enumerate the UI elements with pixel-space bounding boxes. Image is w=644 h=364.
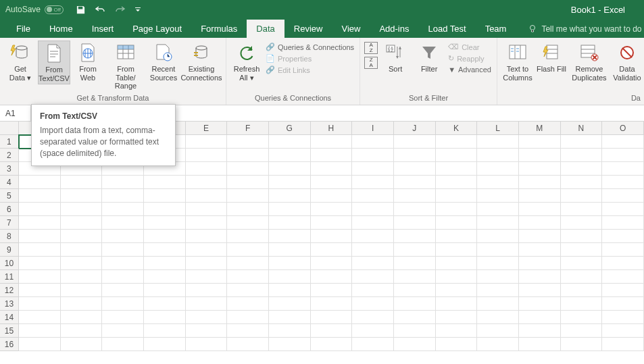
cell[interactable] [561, 162, 603, 176]
properties-button[interactable]: 📄Properties [264, 53, 355, 63]
cell[interactable] [311, 270, 353, 284]
row-header[interactable]: 3 [0, 162, 19, 176]
cell[interactable] [227, 297, 269, 311]
cell[interactable] [519, 216, 561, 230]
existing-connections-button[interactable]: Existing Connections [181, 41, 222, 83]
cell[interactable] [394, 243, 436, 257]
autosave-toggle[interactable]: AutoSave Off [5, 5, 64, 14]
cell[interactable] [61, 270, 103, 284]
cell[interactable] [311, 189, 353, 203]
row-header[interactable]: 2 [0, 149, 19, 162]
cell[interactable] [269, 189, 311, 203]
cell[interactable] [602, 189, 644, 203]
select-all-corner[interactable] [0, 122, 19, 134]
cell[interactable] [519, 203, 561, 216]
cell[interactable] [561, 257, 603, 270]
cell[interactable] [311, 176, 353, 189]
cell[interactable] [602, 338, 644, 351]
cell[interactable] [602, 162, 644, 176]
cell[interactable] [394, 203, 436, 216]
cell[interactable] [311, 203, 353, 216]
cell[interactable] [102, 284, 144, 297]
cell[interactable] [227, 257, 269, 270]
cell[interactable] [102, 324, 144, 338]
column-header[interactable]: K [436, 122, 478, 134]
cell[interactable] [269, 176, 311, 189]
cell[interactable] [561, 311, 603, 324]
cell[interactable] [269, 338, 311, 351]
cell[interactable] [227, 230, 269, 243]
cell[interactable] [19, 324, 61, 338]
cell[interactable] [227, 189, 269, 203]
cell[interactable] [519, 189, 561, 203]
cell[interactable] [352, 230, 394, 243]
column-header[interactable]: G [269, 122, 311, 134]
tab-pagelayout[interactable]: Page Layout [123, 20, 191, 38]
cell[interactable] [61, 243, 103, 257]
cell[interactable] [269, 257, 311, 270]
cell[interactable] [477, 189, 519, 203]
cell[interactable] [61, 324, 103, 338]
column-header[interactable]: L [477, 122, 519, 134]
cell[interactable] [144, 257, 186, 270]
cell[interactable] [477, 135, 519, 149]
cell[interactable] [144, 243, 186, 257]
cell[interactable] [19, 270, 61, 284]
cell[interactable] [394, 230, 436, 243]
cell[interactable] [61, 338, 103, 351]
sort-button[interactable]: Z AA Z Sort [379, 41, 412, 75]
cell[interactable] [519, 270, 561, 284]
cell[interactable] [561, 189, 603, 203]
row-header[interactable]: 8 [0, 230, 19, 243]
cell[interactable] [477, 270, 519, 284]
cell[interactable] [477, 324, 519, 338]
tab-data[interactable]: Data [247, 20, 284, 38]
cell[interactable] [269, 216, 311, 230]
cell[interactable] [102, 230, 144, 243]
cell[interactable] [394, 257, 436, 270]
cell[interactable] [477, 216, 519, 230]
reapply-button[interactable]: ↻Reapply [447, 53, 493, 63]
cell[interactable] [602, 216, 644, 230]
cell[interactable] [186, 176, 228, 189]
cell[interactable] [311, 243, 353, 257]
sort-desc-button[interactable]: ZA [364, 57, 378, 69]
cell[interactable] [519, 338, 561, 351]
cell[interactable] [269, 324, 311, 338]
edit-links-button[interactable]: 🔗Edit Links [264, 65, 355, 75]
cell[interactable] [602, 203, 644, 216]
tell-me-search[interactable]: Tell me what you want to do [528, 24, 641, 38]
cell[interactable] [144, 189, 186, 203]
cell[interactable] [269, 230, 311, 243]
cell[interactable] [186, 297, 228, 311]
cell[interactable] [144, 284, 186, 297]
cell[interactable] [144, 216, 186, 230]
cell[interactable] [19, 203, 61, 216]
cell[interactable] [102, 297, 144, 311]
cell[interactable] [186, 162, 228, 176]
tab-review[interactable]: Review [284, 20, 332, 38]
cell[interactable] [311, 297, 353, 311]
cell[interactable] [519, 176, 561, 189]
cell[interactable] [519, 297, 561, 311]
cell[interactable] [519, 149, 561, 162]
cell[interactable] [561, 230, 603, 243]
cell[interactable] [436, 243, 478, 257]
cell[interactable] [269, 162, 311, 176]
cell[interactable] [561, 324, 603, 338]
cell[interactable] [186, 257, 228, 270]
cell[interactable] [561, 149, 603, 162]
cell[interactable] [227, 243, 269, 257]
cell[interactable] [436, 162, 478, 176]
cell[interactable] [61, 203, 103, 216]
cell[interactable] [436, 189, 478, 203]
cell[interactable] [227, 135, 269, 149]
cell[interactable] [227, 270, 269, 284]
cell[interactable] [436, 203, 478, 216]
cell[interactable] [436, 176, 478, 189]
cell[interactable] [269, 284, 311, 297]
column-header[interactable]: O [602, 122, 644, 134]
cell[interactable] [311, 230, 353, 243]
cell[interactable] [102, 203, 144, 216]
cell[interactable] [227, 216, 269, 230]
